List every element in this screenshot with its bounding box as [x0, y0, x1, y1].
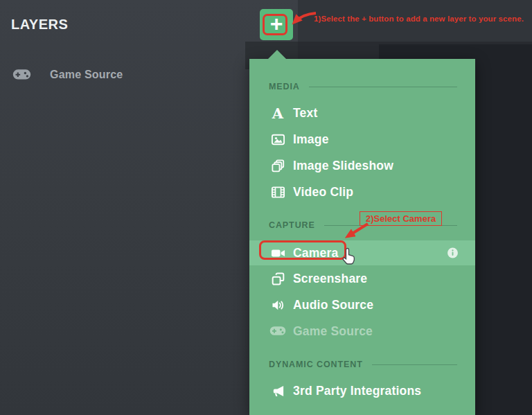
menu-item-label: Image Slideshow — [293, 159, 393, 173]
section-header-label: MEDIA — [269, 82, 300, 91]
info-icon[interactable] — [447, 247, 459, 259]
menu-item-video-clip[interactable]: Video Clip — [249, 179, 475, 205]
annotation-step2-label: 2)Select Camera — [360, 211, 442, 226]
layer-item-label: Game Source — [50, 69, 123, 81]
image-slideshow-icon — [269, 159, 287, 173]
annotation-step1-text: 1)Select the + button to add a new layer… — [314, 15, 524, 23]
menu-item-label: Video Clip — [293, 185, 353, 200]
audio-source-icon — [269, 298, 287, 312]
annotation-box-camera-item — [259, 240, 346, 260]
menu-item-label: Screenshare — [293, 272, 367, 286]
menu-section-header-dynamic-content: DYNAMIC CONTENT — [249, 351, 475, 378]
menu-item-text[interactable]: AText — [249, 100, 475, 126]
layer-item-game-source[interactable]: Game Source — [12, 69, 123, 81]
app-window: LAYERS Game Source + MEDIAATextImageImag… — [0, 0, 532, 415]
video-clip-icon — [269, 185, 287, 200]
menu-item-label: Game Source — [293, 324, 373, 339]
menu-item-3rd-party-integrations[interactable]: 3rd Party Integrations — [249, 378, 475, 404]
section-header-label: CAPTURE — [269, 220, 315, 230]
menu-item-label: Audio Source — [293, 298, 373, 312]
screenshare-icon — [269, 272, 287, 286]
menu-item-label: Text — [293, 106, 317, 121]
menu-item-screenshare[interactable]: Screenshare — [249, 265, 475, 292]
menu-item-image[interactable]: Image — [249, 126, 475, 152]
menu-item-label: 3rd Party Integrations — [293, 384, 421, 398]
gamepad-icon — [269, 326, 287, 337]
add-layer-menu: MEDIAATextImageImage SlideshowVideo Clip… — [249, 59, 475, 415]
menu-item-game-source: Game Source — [249, 318, 475, 344]
section-divider-line — [309, 87, 457, 87]
image-icon — [269, 132, 287, 147]
menu-item-label: Image — [293, 132, 329, 147]
menu-item-audio-source[interactable]: Audio Source — [249, 292, 475, 318]
gamepad-icon — [12, 69, 31, 81]
menu-body: MEDIAATextImageImage SlideshowVideo Clip… — [249, 59, 475, 404]
megaphone-icon — [269, 384, 287, 398]
text-icon: A — [269, 106, 287, 121]
annotation-box-plus-button — [263, 14, 287, 35]
section-header-label: DYNAMIC CONTENT — [269, 360, 363, 369]
menu-notch-icon — [267, 50, 287, 60]
menu-item-image-slideshow[interactable]: Image Slideshow — [249, 152, 475, 179]
section-divider-line — [372, 364, 457, 365]
menu-section-header-media: MEDIA — [249, 73, 475, 100]
layers-panel-title: LAYERS — [11, 17, 68, 33]
